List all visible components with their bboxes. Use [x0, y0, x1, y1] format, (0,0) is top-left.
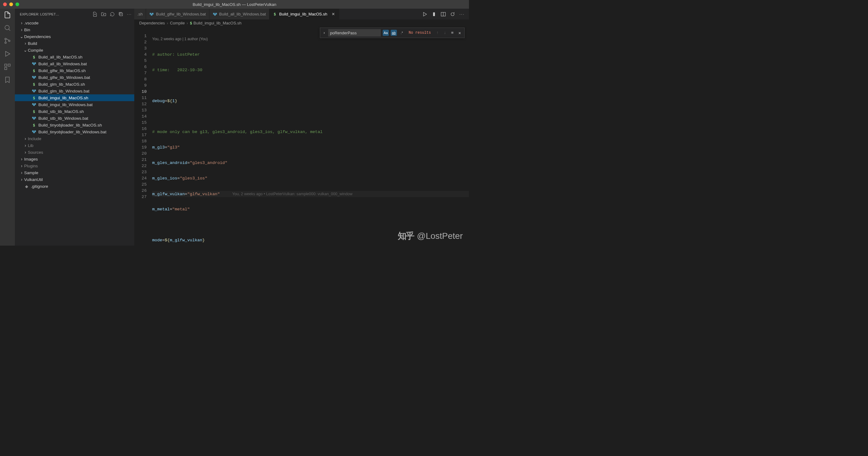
tree-file[interactable]: ◆.gitignore	[15, 183, 134, 190]
compare-icon[interactable]	[432, 12, 436, 17]
tree-file[interactable]: $Build_tinyobjloader_lib_MacOS.sh	[15, 122, 134, 128]
tree-file[interactable]: $Build_glm_lib_MacOS.sh	[15, 81, 134, 88]
bat-file-icon	[149, 12, 154, 17]
breadcrumb-item[interactable]: Compile	[170, 21, 185, 25]
tree-folder[interactable]: ›Include	[15, 135, 134, 142]
tree-item-label: Dependencies	[24, 34, 51, 39]
tree-item-label: Build_stb_lib_MacOS.sh	[38, 109, 84, 114]
editor-tab[interactable]: $Build_imgui_lib_MacOS.sh✕	[270, 9, 339, 20]
bat-file-icon	[32, 129, 36, 134]
find-input[interactable]	[328, 29, 381, 36]
editor[interactable]: 12345 678910 1112131415 1617181920 21222…	[134, 26, 469, 246]
tree-folder[interactable]: ⌄Dependencies	[15, 33, 134, 40]
run-file-icon[interactable]	[422, 12, 427, 17]
breadcrumb-item[interactable]: Dependencies	[139, 21, 165, 25]
bookmark-icon[interactable]	[4, 76, 11, 84]
new-folder-icon[interactable]	[101, 12, 106, 17]
more-actions-icon[interactable]: ···	[459, 12, 465, 17]
tree-item-label: Plugins	[24, 164, 38, 168]
window-maximize-button[interactable]	[16, 2, 19, 6]
refresh-icon[interactable]	[110, 12, 115, 17]
shell-file-icon: $	[32, 122, 36, 127]
tree-item-label: Images	[24, 157, 38, 161]
code-content[interactable]: You, 2 weeks ago | 1 author (You) # auth…	[152, 26, 469, 246]
window-close-button[interactable]	[3, 2, 7, 6]
svg-point-0	[5, 25, 9, 30]
tree-file[interactable]: $Build_glfw_lib_MacOS.sh	[15, 67, 134, 74]
tree-folder[interactable]: ›Build	[15, 40, 134, 47]
tree-file[interactable]: $Build_stb_lib_MacOS.sh	[15, 108, 134, 115]
tree-item-label: Lib	[28, 143, 33, 148]
shell-file-icon: $	[32, 68, 36, 73]
search-icon[interactable]	[4, 24, 11, 32]
tree-folder[interactable]: ›Sample	[15, 169, 134, 176]
chevron-icon: ›	[19, 170, 24, 175]
tab-close-icon[interactable]: ✕	[331, 12, 336, 17]
tree-file[interactable]: Build_all_lib_Windows.bat	[15, 60, 134, 67]
activity-bar	[0, 9, 15, 246]
sidebar: EXPLORER: LOSTPET… ··· ›.vscode›Bin⌄Depe…	[15, 9, 134, 246]
tree-folder[interactable]: ›Bin	[15, 26, 134, 33]
file-tree[interactable]: ›.vscode›Bin⌄Dependencies›Build⌄Compile$…	[15, 20, 134, 246]
match-case-toggle[interactable]: Aa	[383, 30, 389, 36]
extensions-icon[interactable]	[4, 63, 11, 70]
tree-item-label: VulkanUtil	[24, 177, 43, 182]
editor-tab[interactable]: Build_glfw_lib_Windows.bat	[146, 9, 209, 20]
whole-word-toggle[interactable]: ab	[391, 30, 397, 36]
split-editor-icon[interactable]	[441, 12, 446, 17]
tree-folder[interactable]: ›VulkanUtil	[15, 176, 134, 183]
find-next-icon[interactable]: ↓	[442, 31, 447, 35]
tree-file[interactable]: Build_tinyobjloader_lib_Windows.bat	[15, 128, 134, 135]
open-changes-icon[interactable]	[450, 12, 455, 17]
new-file-icon[interactable]	[92, 12, 97, 17]
tree-folder[interactable]: ›Images	[15, 156, 134, 162]
find-expand-toggle[interactable]: ›	[322, 31, 327, 35]
tree-file[interactable]: Build_stb_lib_Windows.bat	[15, 115, 134, 122]
breadcrumbs[interactable]: Dependencies › Compile › $ Build_imgui_l…	[134, 20, 469, 26]
find-selection-icon[interactable]: ≡	[450, 31, 455, 35]
tree-item-label: Sources	[28, 150, 43, 155]
chevron-icon: ⌄	[19, 34, 24, 39]
tree-folder[interactable]: ⌄Compile	[15, 47, 134, 54]
explorer-icon[interactable]	[4, 11, 11, 19]
tree-file[interactable]: Build_imgui_lib_Windows.bat	[15, 101, 134, 108]
svg-rect-25	[34, 130, 36, 132]
tab-label: Build_imgui_lib_MacOS.sh	[279, 12, 327, 17]
tree-folder[interactable]: ›Sources	[15, 149, 134, 156]
regex-toggle[interactable]: .*	[399, 30, 405, 36]
tree-item-label: Build_imgui_lib_MacOS.sh	[38, 96, 88, 100]
chevron-icon: ›	[23, 136, 28, 141]
tree-item-label: Build_tinyobjloader_lib_MacOS.sh	[38, 123, 102, 127]
find-prev-icon[interactable]: ↑	[435, 31, 440, 35]
tree-file[interactable]: $Build_all_lib_MacOS.sh	[15, 54, 134, 60]
tree-file[interactable]: Build_glfw_lib_Windows.bat	[15, 74, 134, 81]
tree-file[interactable]: $Build_imgui_lib_MacOS.sh	[15, 94, 134, 101]
run-debug-icon[interactable]	[4, 50, 11, 58]
tree-folder[interactable]: ›.vscode	[15, 20, 134, 26]
line-numbers: 12345 678910 1112131415 1617181920 21222…	[134, 26, 152, 246]
tree-file[interactable]: Build_glm_lib_Windows.bat	[15, 88, 134, 94]
breadcrumb-item[interactable]: Build_imgui_lib_MacOS.sh	[193, 21, 241, 25]
tab-label: Build_glfw_lib_Windows.bat	[156, 12, 206, 17]
tree-folder[interactable]: ›Lib	[15, 142, 134, 149]
editor-tab[interactable]: .sh	[134, 9, 146, 20]
shell-file-icon: $	[32, 55, 36, 59]
bat-file-icon	[32, 75, 36, 80]
window-minimize-button[interactable]	[9, 2, 13, 6]
chevron-icon: ⌄	[23, 48, 28, 53]
source-control-icon[interactable]	[4, 37, 11, 44]
bat-file-icon	[32, 116, 36, 121]
chevron-icon: ›	[19, 27, 24, 32]
more-icon[interactable]: ···	[127, 12, 132, 16]
chevron-icon: ›	[23, 150, 28, 155]
tree-item-label: Build_stb_lib_Windows.bat	[38, 116, 88, 121]
find-result-count: No results	[409, 31, 431, 35]
chevron-icon: ›	[19, 21, 24, 25]
find-close-icon[interactable]: ✕	[457, 30, 462, 36]
editor-tab[interactable]: Build_all_lib_Windows.bat	[210, 9, 270, 20]
tree-item-label: .gitignore	[31, 184, 48, 189]
tree-item-label: .vscode	[24, 21, 39, 25]
tree-folder[interactable]: ›Plugins	[15, 162, 134, 169]
collapse-all-icon[interactable]	[119, 12, 123, 17]
tree-item-label: Build_glm_lib_Windows.bat	[38, 89, 89, 93]
